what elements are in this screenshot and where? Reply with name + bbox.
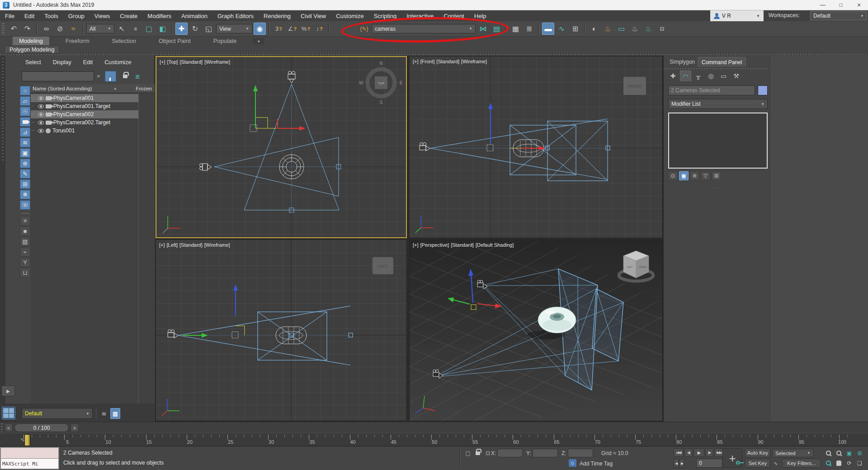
angle-snap-button[interactable]: ∠?	[286, 23, 298, 35]
layer-explorer-toggle-button[interactable]: ▦	[110, 408, 120, 419]
default-tangents-button[interactable]: ∿	[772, 459, 780, 467]
active-layer-dropdown[interactable]: Default ▼	[22, 408, 93, 419]
explorer-header-row[interactable]: Name (Sorted Ascending) ▲ Frozen	[31, 84, 155, 93]
table-row[interactable]: ┄Torus001	[31, 127, 138, 135]
display-mode-button[interactable]: ■	[20, 226, 30, 236]
key-step-forward-button[interactable]: ▶	[679, 459, 684, 468]
render-production-button[interactable]: ♨	[629, 23, 641, 35]
menu-views[interactable]: Views	[90, 10, 115, 21]
selection-wand-button[interactable]: Y	[20, 258, 30, 267]
viewcube[interactable]: LEFT FRONT	[619, 251, 653, 281]
viewport-menu-shading[interactable]: [Wireframe]	[461, 59, 487, 64]
timeline-playhead[interactable]	[24, 434, 30, 446]
minimize-button[interactable]: —	[814, 0, 832, 10]
filter-bones-button[interactable]: ✎	[20, 169, 30, 179]
modify-tab-button[interactable]: ◠	[680, 70, 691, 81]
clear-search-icon[interactable]: ×	[97, 73, 100, 80]
table-row[interactable]: ┄PhysCamera001	[31, 94, 138, 102]
ribbon-tab-populate[interactable]: Populate	[207, 37, 243, 45]
toggle-scene-explorer-button[interactable]: ▦	[509, 23, 522, 35]
schematic-view-button[interactable]: ⊞	[569, 23, 581, 35]
select-object-button[interactable]: ↖	[116, 23, 128, 35]
zoom-all-button[interactable]	[834, 449, 844, 457]
viewport-menu-general[interactable]: [+]	[159, 242, 165, 248]
y-coordinate-field[interactable]	[533, 449, 558, 457]
viewport-menu-shading[interactable]: [Wireframe]	[204, 242, 230, 248]
maxscript-output-field[interactable]	[1, 448, 58, 458]
viewport-menu-shading[interactable]: [Default Shading]	[476, 242, 514, 248]
filter-containers-button[interactable]: ▣	[20, 148, 30, 158]
make-unique-button[interactable]: ※	[690, 171, 699, 180]
go-to-start-button[interactable]: |◀◀	[674, 448, 684, 457]
polygon-modeling-panel[interactable]: Polygon Modeling	[5, 46, 59, 53]
ribbon-overflow-button[interactable]: ▼	[253, 38, 264, 44]
create-tab-button[interactable]: ✚	[667, 70, 679, 81]
filter-frozen-button[interactable]: ❄	[20, 190, 30, 199]
window-crossing-toggle[interactable]: ◧	[156, 23, 169, 35]
eye-icon[interactable]	[38, 104, 44, 108]
rendered-frame-window-button[interactable]: ▭	[615, 23, 627, 35]
viewport-front[interactable]: [+] [Front] [Standard] [Wireframe] FRONT	[409, 56, 663, 238]
menu-group[interactable]: Group	[63, 10, 90, 21]
filter-helpers-button[interactable]: ⊿	[20, 127, 30, 137]
ribbon-tab-freeform[interactable]: Freeform	[59, 37, 96, 45]
ribbon-tab-selection[interactable]: Selection	[106, 37, 142, 45]
undo-button[interactable]: ↶	[8, 23, 20, 35]
set-keys-button[interactable]: +	[722, 448, 742, 468]
next-key-button[interactable]: |▶	[705, 448, 713, 457]
eye-icon[interactable]	[38, 121, 44, 125]
filter-lights-button[interactable]: ☉	[20, 107, 30, 116]
select-and-link-button[interactable]: ∞	[40, 23, 52, 35]
ribbon-tab-modeling[interactable]: Modeling	[13, 37, 49, 45]
mirror-button[interactable]: ⋈	[477, 23, 489, 35]
zoom-region-button[interactable]	[824, 459, 833, 467]
table-row[interactable]: ┄PhysCamera002.Target	[31, 118, 138, 127]
percent-snap-button[interactable]: %?	[300, 23, 312, 35]
workspace-dropdown[interactable]: Default ▼	[810, 11, 867, 20]
viewport-menu-renderer[interactable]: [Standard]	[451, 242, 474, 248]
menu-interactive[interactable]: Interactive	[401, 10, 439, 21]
tab-command-panel[interactable]: Command Panel	[698, 57, 746, 67]
ribbon-tab-object-paint[interactable]: Object Paint	[152, 37, 197, 45]
viewport-perspective[interactable]: [+] [Perspective] [Standard] [Default Sh…	[409, 240, 663, 421]
filter-cameras-button[interactable]	[20, 117, 30, 127]
selection-filter-dropdown[interactable]: All ▼	[86, 24, 114, 33]
menu-animation[interactable]: Animation	[176, 10, 212, 21]
viewport-menu-general[interactable]: [+]	[160, 59, 165, 65]
render-in-cloud-button[interactable]: ♨	[642, 23, 655, 35]
viewport-menu-renderer[interactable]: [Standard]	[179, 242, 203, 248]
menu-create[interactable]: Create	[115, 10, 142, 21]
select-and-move-button[interactable]: ✚	[175, 23, 188, 35]
explorer-menu-select[interactable]: Select	[25, 59, 41, 66]
eye-icon[interactable]	[38, 129, 44, 133]
table-row[interactable]: ┄PhysCamera002	[31, 110, 138, 118]
eye-icon[interactable]	[38, 96, 44, 100]
maximize-button[interactable]: □	[832, 0, 850, 10]
viewport-left-canvas[interactable]: LEFT	[156, 240, 406, 421]
explorer-menu-customize[interactable]: Customize	[104, 59, 131, 66]
auto-key-button[interactable]: Auto Key	[745, 448, 770, 457]
layer-flyout-button[interactable]: ≋	[99, 408, 109, 419]
list-view-button[interactable]: ≡	[20, 216, 30, 226]
reference-coordinate-dropdown[interactable]: View ▼	[216, 24, 252, 33]
toolbar-grip[interactable]	[2, 23, 5, 35]
menu-edit[interactable]: Edit	[19, 10, 39, 21]
configure-modifier-sets-button[interactable]: ⊞	[712, 171, 721, 180]
viewport-menu-general[interactable]: [+]	[413, 242, 419, 248]
previous-key-button[interactable]: ◀|	[684, 448, 693, 457]
viewport-menu-pov[interactable]: [Front]	[420, 59, 435, 64]
isolate-selection-toggle[interactable]: ▢	[464, 449, 472, 457]
set-key-button[interactable]: Set Key	[745, 459, 770, 468]
viewport-menu-shading[interactable]: [Wireframe]	[204, 59, 230, 65]
object-name-field[interactable]: 2 Cameras Selected	[668, 85, 755, 95]
display-tab-button[interactable]: ▭	[718, 70, 729, 81]
viewport-left[interactable]: [+] [Left] [Standard] [Wireframe] LEFT	[156, 240, 407, 421]
eye-icon[interactable]	[38, 113, 44, 117]
x-coordinate-field[interactable]	[497, 449, 523, 457]
sync-selection-button[interactable]: ≣	[132, 71, 143, 82]
filter-hidden-button[interactable]	[20, 200, 30, 210]
filter-shapes-button[interactable]: ▱	[20, 96, 30, 106]
menu-modifiers[interactable]: Modifiers	[142, 10, 176, 21]
close-button[interactable]: ×	[850, 0, 868, 10]
curve-editor-button[interactable]: ∿	[556, 23, 568, 35]
